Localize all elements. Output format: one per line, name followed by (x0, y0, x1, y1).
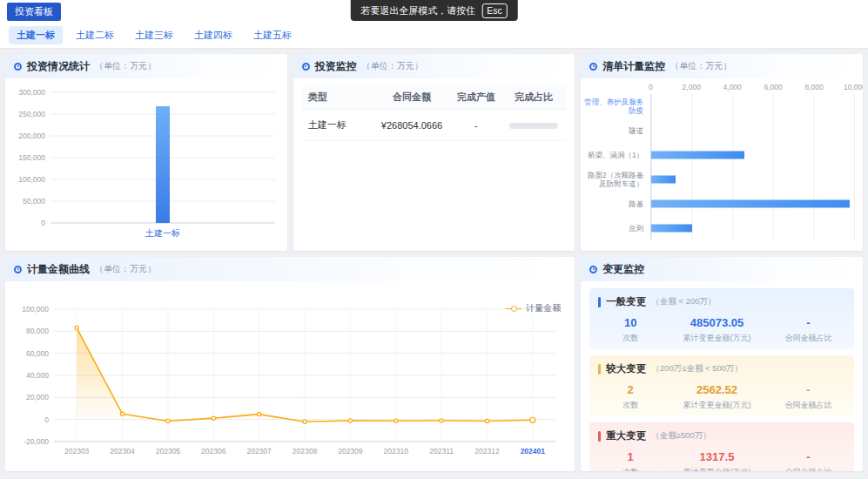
svg-text:50,000: 50,000 (23, 197, 45, 206)
hbar-track (650, 167, 855, 192)
card-stat-count: 1次数 (598, 450, 663, 471)
investment-table: 类型 合同金额 完成产值 完成占比 土建一标 ¥268054.0666 - (303, 85, 566, 141)
cell-type: 土建一标 (303, 110, 373, 141)
target-icon (589, 266, 597, 273)
card-name: 一般变更 (606, 295, 646, 308)
target-icon (302, 63, 310, 71)
hbar-row: 路基 (581, 192, 863, 216)
hbar-category-label: 隧道 (581, 126, 650, 135)
panel-header: 变更监控 (581, 257, 863, 281)
completion-progress-bar (509, 123, 558, 129)
legend-line-icon (506, 305, 521, 313)
tab-土建三标[interactable]: 土建三标 (127, 26, 181, 44)
card-name: 较大变更 (606, 362, 646, 375)
hbar-tick: 4,000 (723, 83, 742, 91)
card-stat-ratio: -合同金额占比 (771, 450, 845, 471)
hbar-tick: 2,000 (683, 83, 701, 91)
tab-土建一标[interactable]: 土建一标 (9, 26, 63, 44)
hbar-category-label: 路面2（次额路基及防附车道） (581, 171, 650, 188)
esc-key: Esc (481, 3, 508, 18)
panel-title: 变更监控 (602, 262, 644, 277)
panel-title: 计量金额曲线 (27, 262, 90, 277)
svg-text:202304: 202304 (110, 447, 135, 455)
hbar-bar-路面2（次额路基及防附车道） (651, 176, 676, 184)
card-range: （200万≤金额 < 500万） (651, 363, 743, 374)
target-icon (14, 63, 22, 71)
cell-output-value: - (450, 110, 502, 141)
svg-text:202305: 202305 (156, 447, 181, 455)
panel-unit: （单位：万元） (362, 60, 423, 72)
col-contract-amount: 合同金额 (373, 85, 450, 110)
svg-text:0: 0 (44, 415, 49, 424)
change-card-critical: 重大变更（金额≥500万）1次数1317.5累计变更金额(万元)-合同金额占比 (589, 422, 854, 471)
panel-measurement-curve: 计量金额曲线 （单位：万元） 计量金额 -20,000020,00040,000… (5, 257, 575, 471)
card-accent-bar (598, 297, 601, 307)
panel-header: 清单计量监控 （单位：万元） (581, 54, 863, 78)
hbar-tick: 0 (649, 83, 653, 91)
svg-text:202308: 202308 (293, 447, 318, 455)
panel-unit: （单位：万元） (95, 60, 156, 72)
cell-contract-amount[interactable]: ¥268054.0666 (373, 110, 450, 141)
hbar-track (650, 192, 855, 216)
table-row[interactable]: 土建一标 ¥268054.0666 - (303, 110, 566, 141)
hbar-track (650, 118, 855, 143)
topbar: 投资看板 若要退出全屏模式，请按住 Esc (0, 0, 868, 23)
svg-text:0: 0 (41, 219, 45, 227)
card-stat-ratio: -合同金额占比 (771, 316, 845, 344)
hbar-tick: 6,000 (764, 83, 782, 91)
panel-title: 投资监控 (315, 59, 357, 74)
hbar-bar-总则 (651, 225, 692, 233)
hbar-track (650, 94, 855, 118)
quantity-hbar-chart: 02,0004,0006,0008,00010,000 管理、养护及服务防疫隧道… (581, 78, 863, 240)
section-tabbar: 土建一标土建二标土建三标土建四标土建五标 (0, 23, 868, 49)
card-name: 重大变更 (606, 429, 646, 442)
svg-text:200,000: 200,000 (18, 132, 45, 140)
tab-土建二标[interactable]: 土建二标 (68, 26, 122, 44)
cell-completion-ratio (502, 110, 566, 141)
svg-text:202303: 202303 (64, 447, 90, 455)
legend-measure-amount[interactable]: 计量金额 (506, 302, 561, 314)
panel-change-monitor: 变更监控 一般变更（金额 < 200万）10次数485073.05累计变更金额(… (581, 257, 863, 471)
investment-bar-chart: 050,000100,000150,000200,000250,000300,0… (5, 78, 286, 247)
target-icon (14, 266, 22, 273)
hbar-x-axis: 02,0004,0006,0008,00010,000 (650, 82, 855, 94)
hbar-tick: 10,000 (844, 83, 863, 91)
col-output-value: 完成产值 (450, 85, 502, 110)
target-icon (589, 63, 597, 71)
hbar-tick: 8,000 (804, 83, 823, 91)
svg-text:202306: 202306 (201, 447, 226, 455)
card-stat-ratio: -合同金额占比 (771, 383, 845, 411)
svg-text:250,000: 250,000 (18, 110, 45, 118)
card-stat-amount: 1317.5累计变更金额(万元) (663, 450, 771, 471)
svg-text:150,000: 150,000 (18, 153, 45, 162)
fullscreen-toast-text: 若要退出全屏模式，请按住 (360, 4, 475, 17)
hbar-category-label: 管理、养护及服务防疫 (581, 98, 650, 115)
tab-土建五标[interactable]: 土建五标 (246, 26, 299, 44)
board-button[interactable]: 投资看板 (7, 3, 61, 21)
hbar-category-label: 路基 (581, 199, 650, 208)
hbar-row: 桥梁、涵洞（1） (581, 143, 863, 167)
change-card-general: 一般变更（金额 < 200万）10次数485073.05累计变更金额(万元)-合… (589, 288, 854, 349)
card-stat-count: 2次数 (598, 383, 663, 411)
bar-土建一标 (156, 106, 170, 223)
table-header-row: 类型 合同金额 完成产值 完成占比 (303, 85, 566, 110)
svg-text:100,000: 100,000 (18, 175, 45, 184)
svg-text:202311: 202311 (429, 447, 454, 455)
panel-header: 计量金额曲线 （单位：万元） (5, 257, 575, 281)
svg-text:202401: 202401 (521, 447, 546, 455)
line-chart-area: 计量金额 -20,000020,00040,00060,00080,000100… (5, 299, 575, 471)
hbar-category-label: 总则 (581, 224, 650, 233)
dashboard-grid: 投资情况统计 （单位：万元） 050,000100,000150,000200,… (0, 49, 868, 476)
hbar-track (650, 216, 855, 240)
svg-text:-20,000: -20,000 (24, 437, 49, 446)
panel-unit: （单位：万元） (95, 263, 156, 275)
panel-title: 清单计量监控 (602, 59, 665, 74)
change-cards: 一般变更（金额 < 200万）10次数485073.05累计变更金额(万元)-合… (581, 281, 863, 471)
card-accent-bar (598, 364, 601, 374)
hbar-bar-桥梁、涵洞（1） (651, 152, 744, 159)
investment-dashboard: 投资看板 若要退出全屏模式，请按住 Esc 土建一标土建二标土建三标土建四标土建… (0, 0, 868, 479)
panel-unit: （单位：万元） (670, 60, 731, 72)
svg-text:300,000: 300,000 (18, 88, 45, 97)
tab-土建四标[interactable]: 土建四标 (186, 26, 240, 44)
hbar-row: 隧道 (581, 118, 863, 143)
